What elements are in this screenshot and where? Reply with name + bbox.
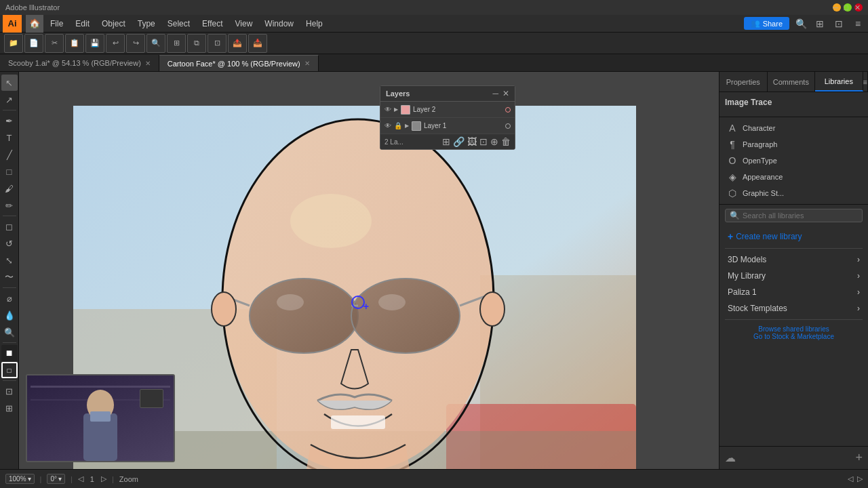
eyedropper-tool[interactable]: 💧 xyxy=(1,307,18,323)
menu-file[interactable]: File xyxy=(45,15,68,33)
layer-delete-icon[interactable]: 🗑 xyxy=(501,136,511,147)
toolbar-cut-icon[interactable]: ✂ xyxy=(45,34,64,53)
pencil-tool[interactable]: ✏ xyxy=(1,197,18,214)
rotation-dropdown[interactable]: 0° ▾ xyxy=(47,474,65,484)
layer1-expand-icon[interactable]: ▶ xyxy=(405,123,409,129)
canvas-area[interactable]: Layers ─ ✕ 👁 ▶ Layer 2 👁 🔒 ▶ Layer 1 xyxy=(19,72,719,469)
rp-tab-properties[interactable]: Properties xyxy=(719,72,768,92)
view-mode[interactable]: ⊞ xyxy=(1,400,18,416)
shape-tool[interactable]: □ xyxy=(1,163,18,180)
menu-edit[interactable]: Edit xyxy=(70,15,95,33)
rp-tab-menu[interactable]: ≡ xyxy=(863,72,868,92)
eraser-tool[interactable]: ◻ xyxy=(1,218,18,235)
browse-shared-libraries-link[interactable]: Browse shared libraries xyxy=(758,325,829,333)
add-content-button[interactable]: + xyxy=(855,451,863,465)
close-button[interactable]: ✕ xyxy=(854,3,863,12)
toolbar-undo-icon[interactable]: ↩ xyxy=(106,34,125,53)
minimize-panel-button[interactable]: ≡ xyxy=(850,16,865,31)
toolbar-save-icon[interactable]: 💾 xyxy=(85,34,104,53)
search-button[interactable]: 🔍 xyxy=(793,16,808,31)
menu-window[interactable]: Window xyxy=(259,15,299,33)
title-bar-controls[interactable]: ─ □ ✕ xyxy=(833,3,863,12)
toolbar-paste-icon[interactable]: 📋 xyxy=(65,34,84,53)
home-button[interactable]: 🏠 xyxy=(26,15,43,33)
create-new-library-button[interactable]: + Create new library xyxy=(725,228,863,245)
toolbar-layers-icon[interactable]: ⊞ xyxy=(167,34,186,53)
library-item-paliza1[interactable]: Paliza 1 › xyxy=(725,284,863,300)
layers-title-bar: Layers ─ ✕ xyxy=(380,86,515,102)
go-to-stock-link[interactable]: Go to Stock & Marketplace xyxy=(753,333,834,340)
maximize-button[interactable]: □ xyxy=(844,3,852,12)
menu-object[interactable]: Object xyxy=(96,15,131,33)
layer1-color-dot[interactable] xyxy=(505,123,511,129)
cloud-icon[interactable]: ☁ xyxy=(725,451,736,464)
opentype-tool-row[interactable]: O OpenType xyxy=(724,152,864,169)
layer-row-1[interactable]: 👁 🔒 ▶ Layer 1 xyxy=(380,118,515,134)
toolbar-export-icon[interactable]: 📤 xyxy=(228,34,247,53)
library-search-bar[interactable]: 🔍 xyxy=(725,209,863,222)
toolbar-sep-2 xyxy=(3,216,16,216)
pen-tool[interactable]: ✒ xyxy=(1,113,18,129)
character-tool-row[interactable]: A Character xyxy=(724,120,864,136)
graphic-styles-tool-row[interactable]: ⬡ Graphic St... xyxy=(724,185,864,201)
arrange-button[interactable]: ⊡ xyxy=(831,16,846,31)
fill-color[interactable]: ■ xyxy=(1,345,18,361)
zoom-tool[interactable]: 🔍 xyxy=(1,324,18,340)
select-tool[interactable]: ↖ xyxy=(1,75,18,91)
brush-tool[interactable]: 🖌 xyxy=(1,180,18,197)
toolbar-zoom-icon[interactable]: 🔍 xyxy=(146,34,165,53)
share-button[interactable]: 👥 Share xyxy=(744,17,789,30)
rotate-tool[interactable]: ↺ xyxy=(1,235,18,251)
layer2-expand-icon[interactable]: ▶ xyxy=(394,106,398,113)
library-item-3dmodels[interactable]: 3D Models › xyxy=(725,251,863,268)
toolbar-import-icon[interactable]: 📥 xyxy=(248,34,267,53)
scale-tool[interactable]: ⤡ xyxy=(1,252,18,268)
layer2-color-dot[interactable] xyxy=(505,107,511,113)
menu-select[interactable]: Select xyxy=(162,15,195,33)
tab-scooby[interactable]: Scooby 1.ai* @ 54.13 % (RGB/Preview) ✕ xyxy=(0,55,159,71)
layers-close-button[interactable]: ✕ xyxy=(502,89,509,98)
tab-cartoon-face-close[interactable]: ✕ xyxy=(304,60,310,67)
type-tool[interactable]: T xyxy=(1,129,18,146)
blend-tool[interactable]: ⌀ xyxy=(1,290,18,306)
stroke-color[interactable]: □ xyxy=(1,362,18,378)
library-search-input[interactable] xyxy=(743,211,858,220)
layer-new-page-icon[interactable]: ⊞ xyxy=(442,136,450,147)
line-tool[interactable]: ╱ xyxy=(1,146,18,163)
direct-select-tool[interactable]: ↗ xyxy=(1,92,18,108)
menu-effect[interactable]: Effect xyxy=(197,15,228,33)
toolbar-folder-icon[interactable]: 📁 xyxy=(4,34,23,53)
minimize-button[interactable]: ─ xyxy=(833,3,841,12)
toolbar-align-icon[interactable]: ⧉ xyxy=(187,34,206,53)
layer1-visibility-icon[interactable]: 👁 xyxy=(384,122,391,129)
layer-link-icon[interactable]: 🔗 xyxy=(453,136,465,147)
layer-row-2[interactable]: 👁 ▶ Layer 2 xyxy=(380,102,515,118)
layer-merge-icon[interactable]: ⊕ xyxy=(490,136,498,147)
warp-tool[interactable]: 〜 xyxy=(1,269,18,285)
draw-mode[interactable]: ⊡ xyxy=(1,383,18,399)
grid-view-button[interactable]: ⊞ xyxy=(812,16,827,31)
layer2-visibility-icon[interactable]: 👁 xyxy=(384,106,391,113)
menu-view[interactable]: View xyxy=(230,15,258,33)
rp-tab-comments[interactable]: Comments xyxy=(768,72,816,92)
library-item-mylibrary[interactable]: My Library › xyxy=(725,268,863,284)
appearance-tool-row[interactable]: ◈ Appearance xyxy=(724,169,864,185)
zoom-control[interactable]: 100% ▾ xyxy=(5,474,35,484)
toolbar-transform-icon[interactable]: ⊡ xyxy=(208,34,226,53)
menu-help[interactable]: Help xyxy=(300,15,328,33)
layers-minimize-button[interactable]: ─ xyxy=(492,89,498,98)
layer-image-icon[interactable]: 🖼 xyxy=(467,136,477,147)
status-scroll-right[interactable]: ▷ xyxy=(857,474,863,483)
tab-scooby-close[interactable]: ✕ xyxy=(145,60,151,67)
tab-cartoon-face[interactable]: Cartoon Face* @ 100 % (RGB/Preview) ✕ xyxy=(159,55,319,71)
toolbar-redo-icon[interactable]: ↪ xyxy=(126,34,145,53)
rp-tab-libraries[interactable]: Libraries xyxy=(815,72,863,92)
layer-group-icon[interactable]: ⊡ xyxy=(479,136,488,147)
paragraph-tool-row[interactable]: ¶ Paragraph xyxy=(724,136,864,152)
layer1-lock-icon[interactable]: 🔒 xyxy=(394,122,402,129)
status-scroll-left[interactable]: ◁ xyxy=(848,474,853,483)
zoom-dropdown[interactable]: 100% ▾ xyxy=(5,474,35,484)
library-item-stock-templates[interactable]: Stock Templates › xyxy=(725,300,863,317)
toolbar-doc-icon[interactable]: 📄 xyxy=(24,34,43,53)
menu-type[interactable]: Type xyxy=(132,15,161,33)
